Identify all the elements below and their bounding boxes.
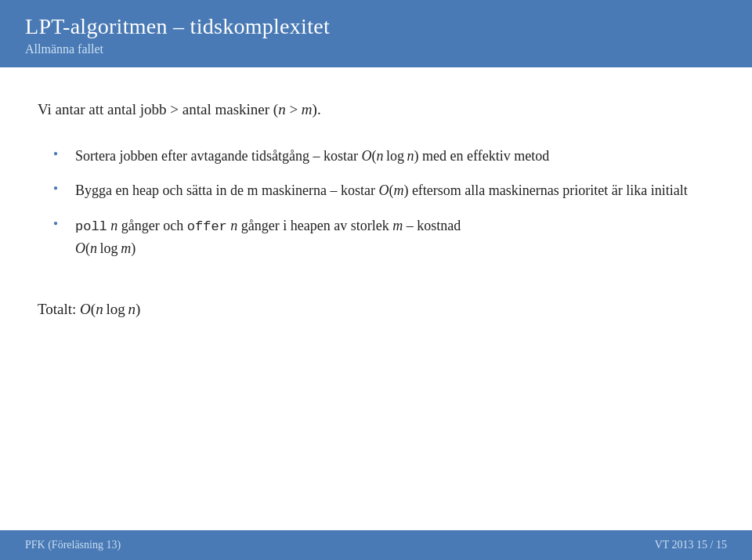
footer-right: VT 2013 15 / 15 [655,539,727,551]
list-item: poll n gånger och offer n gånger i heape… [53,215,714,260]
slide-footer: PFK (Föreläsning 13) VT 2013 15 / 15 [0,530,752,560]
slide-content: Vi antar att antal jobb > antal maskiner… [0,67,752,530]
slide-subtitle: Allmänna fallet [25,42,727,56]
slide-header: LPT-algoritmen – tidskomplexitet Allmänn… [0,0,752,67]
list-item: Bygga en heap och sätta in de m maskiner… [53,179,714,202]
footer-left: PFK (Föreläsning 13) [25,539,121,551]
slide-title: LPT-algoritmen – tidskomplexitet [25,14,727,39]
list-item: Sortera jobben efter avtagande tidsåtgån… [53,145,714,168]
bullet-list: Sortera jobben efter avtagande tidsåtgån… [53,145,714,273]
intro-text: Vi antar att antal jobb > antal maskiner… [38,99,714,121]
totalt-text: Totalt: O(n log n) [38,298,714,321]
